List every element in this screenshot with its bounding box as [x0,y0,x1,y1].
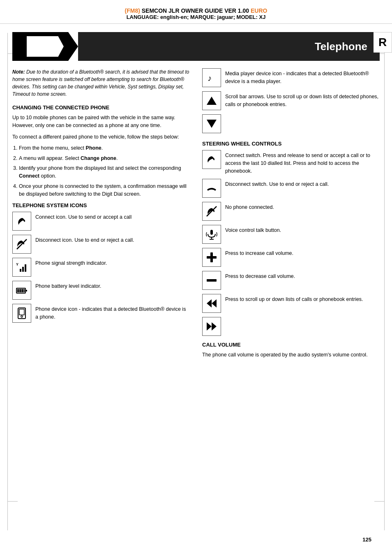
scroll-back-icon [205,297,218,310]
svg-rect-22 [210,252,213,262]
battery-icon-box [12,281,31,300]
changing-phone-para1: Up to 10 mobile phones can be paired wit… [12,114,190,130]
icon-row-no-phone: No phone connected. [202,202,380,221]
icon-row-scroll-up: Scroll bar arrows. Use to scroll up or d… [202,91,380,110]
voice-control-desc: Voice control talk button. [225,225,281,234]
connect-switch-desc: Connect switch. Press and release to sen… [225,150,380,175]
vline-left [7,33,8,530]
scroll-back-icon-box [202,294,221,313]
header-line1: (FM8) SEMCON JLR OWNER GUIDE VER 1.00 EU… [0,7,392,14]
disconnect-switch-desc: Disconnect switch. Use to end or reject … [225,179,329,188]
fm8-label: (FM8) [125,7,140,14]
vol-decrease-desc: Press to decrease call volume. [225,271,295,280]
media-player-icon: ♪ [206,72,217,83]
svg-rect-10 [23,289,25,292]
scroll-up-icon [206,95,217,106]
icon-row-phone-device: Phone device icon - indicates that a det… [12,304,190,323]
media-icon-desc: Media player device icon - indicates tha… [225,68,380,86]
connect-icon-desc: Connect icon. Use to send or accept a ca… [35,212,131,221]
svg-marker-24 [207,299,212,308]
scroll-up-icon-box [202,91,221,110]
telephone-icons-heading: TELEPHONE SYSTEM ICONS [12,202,190,208]
scroll-up-desc: Scroll bar arrows. Use to scroll up or d… [225,91,380,109]
phone-device-icon [16,307,28,319]
vline-right [384,33,385,530]
svg-rect-12 [19,309,24,315]
steps-list: From the home menu, select Phone. A menu… [19,144,190,198]
media-icon-box: ♪ [202,68,221,87]
svg-marker-25 [212,299,217,308]
section-banner: Telephone R [12,32,380,61]
icon-row-signal: Y Phone signal strength indicator. [12,258,190,277]
icon-row-battery: Phone battery level indicator. [12,281,190,300]
call-volume-heading: CALL VOLUME [202,342,380,348]
signal-strength-icon: Y [16,261,28,273]
svg-rect-2 [20,269,21,272]
steering-wheel-heading: STEERING WHEEL CONTROLS [202,141,380,147]
icon-row-vol-increase: Press to increase call volume. [202,248,380,267]
battery-icon [16,284,28,296]
page-footer: 125 [362,536,371,543]
svg-marker-16 [207,120,217,128]
disconnect-icon [16,238,28,250]
phone-device-icon-box [12,304,31,323]
connect-switch-icon-box [202,150,221,169]
scroll-forward-icon-box [202,317,221,336]
svg-rect-4 [25,264,26,272]
svg-rect-9 [21,289,23,292]
scroll-down-icon-box [202,114,221,133]
step-4: Once your phone is connected to the syst… [19,183,190,199]
phone-device-icon-desc: Phone device icon - indicates that a det… [35,304,190,321]
scroll-forward-icon [205,320,218,333]
icon-row-disconnect-switch: Disconnect switch. Use to end or reject … [202,179,380,198]
scroll-back-desc: Press to scroll up or down lists of call… [225,294,363,303]
icon-row-media: ♪ Media player device icon - indicates t… [202,68,380,87]
svg-rect-6 [25,290,27,291]
battery-icon-desc: Phone battery level indicator. [35,281,101,290]
icon-row-disconnect: Disconnect icon. Use to end or reject a … [12,235,190,254]
signal-icon-desc: Phone signal strength indicator. [35,258,107,267]
svg-marker-15 [207,97,217,105]
tick-left-bottom [7,501,18,502]
col-left: Note: Due to the duration of a Bluetooth… [12,68,190,363]
vol-increase-icon-box [202,248,221,267]
section-title: Telephone [315,40,367,53]
note-label: Note: [12,69,25,75]
svg-rect-18 [210,230,213,235]
icon-row-scroll-down [202,114,380,133]
doc-header: (FM8) SEMCON JLR OWNER GUIDE VER 1.00 EU… [0,0,392,24]
disconnect-icon-box [12,235,31,254]
connect-switch-icon [205,153,218,166]
icon-row-voice-control: Voice control talk button. [202,225,380,244]
svg-marker-26 [212,322,217,331]
voice-control-icon [205,228,218,240]
disconnect-switch-icon-box [202,179,221,198]
banner-arrow-inner [27,36,64,57]
changing-phone-heading: CHANGING THE CONNECTED PHONE [12,104,190,111]
svg-marker-27 [207,322,212,331]
disconnect-switch-icon [205,182,218,194]
note-text: Due to the duration of a Bluetooth® sear… [12,69,189,97]
connect-icon [16,215,28,227]
voice-control-icon-box [202,225,221,244]
icon-row-scroll-back: Press to scroll up or down lists of call… [202,294,380,313]
svg-text:Y: Y [16,262,18,266]
svg-rect-8 [19,289,21,292]
svg-rect-7 [17,289,19,292]
page-number: 125 [362,536,371,543]
icon-row-connect: Connect icon. Use to send or accept a ca… [12,212,190,231]
step-1: From the home menu, select Phone. [19,144,190,152]
note-box: Note: Due to the duration of a Bluetooth… [12,68,190,98]
svg-point-13 [21,316,23,317]
banner-arrow [12,32,78,61]
page-wrapper: (FM8) SEMCON JLR OWNER GUIDE VER 1.00 EU… [0,0,392,555]
euro-label: EURO [251,7,267,14]
vol-increase-desc: Press to increase call volume. [225,248,293,257]
r-tab: R [374,32,392,53]
header-line2: LANGUAGE: english-en; MARQUE: jaguar; MO… [0,14,392,20]
changing-phone-para2: To connect a different paired phone to t… [12,133,190,141]
icon-row-connect-switch: Connect switch. Press and release to sen… [202,150,380,175]
no-phone-desc: No phone connected. [225,202,274,211]
no-phone-icon-box [202,202,221,221]
step-2: A menu will appear. Select Change phone. [19,155,190,162]
